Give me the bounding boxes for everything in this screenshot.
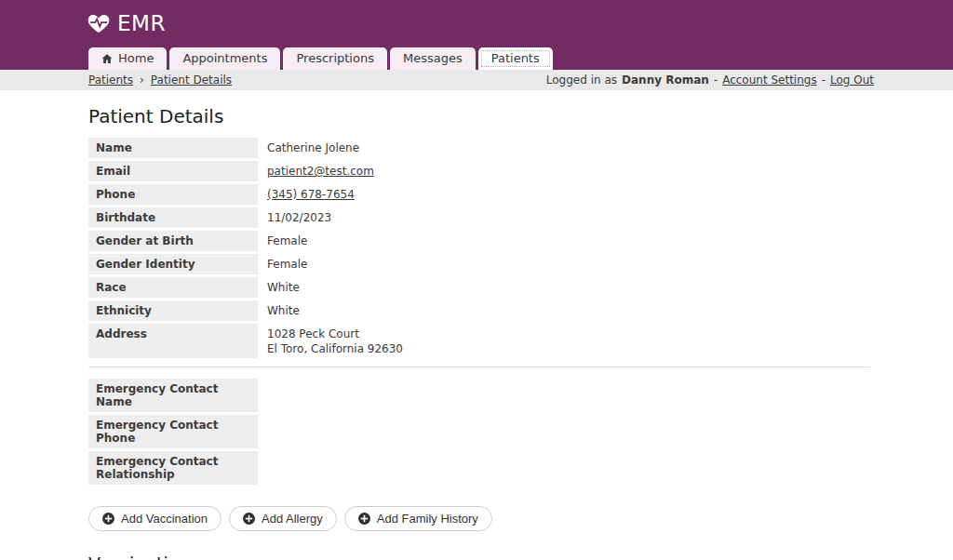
field-row-ethnicity: Ethnicity White bbox=[88, 300, 870, 321]
field-row-gender-at-birth: Gender at Birth Female bbox=[88, 231, 870, 251]
logout-link[interactable]: Log Out bbox=[830, 73, 874, 87]
plus-circle-icon bbox=[243, 513, 255, 525]
tab-messages[interactable]: Messages bbox=[390, 47, 476, 70]
section-divider bbox=[88, 367, 870, 367]
add-vaccination-button[interactable]: Add Vaccination bbox=[88, 506, 221, 531]
field-row-emergency-name: Emergency Contact Name bbox=[88, 379, 870, 412]
account-settings-link[interactable]: Account Settings bbox=[722, 73, 816, 87]
add-allergy-button[interactable]: Add Allergy bbox=[229, 506, 337, 531]
session-info: Logged in as Danny Roman - Account Setti… bbox=[546, 73, 874, 87]
tab-home[interactable]: Home bbox=[88, 47, 167, 70]
tab-patients[interactable]: Patients bbox=[478, 47, 553, 70]
breadcrumb-patients-link[interactable]: Patients bbox=[88, 73, 133, 87]
tab-appointments[interactable]: Appointments bbox=[169, 47, 280, 70]
patient-fields: Name Catherine Jolene Email patient2@tes… bbox=[88, 138, 870, 358]
page-title: Patient Details bbox=[88, 105, 870, 127]
tab-prescriptions[interactable]: Prescriptions bbox=[283, 47, 386, 70]
field-row-emergency-relationship: Emergency Contact Relationship bbox=[88, 451, 870, 485]
breadcrumb-patient-details-link[interactable]: Patient Details bbox=[151, 73, 232, 87]
field-row-phone: Phone (345) 678-7654 bbox=[88, 184, 870, 205]
app-title: EMR bbox=[117, 11, 166, 35]
field-row-name: Name Catherine Jolene bbox=[88, 138, 870, 158]
field-row-race: Race White bbox=[88, 277, 870, 298]
email-link[interactable]: patient2@test.com bbox=[267, 165, 374, 178]
field-row-email: Email patient2@test.com bbox=[88, 161, 870, 181]
breadcrumb-separator: › bbox=[140, 73, 144, 87]
home-icon bbox=[101, 53, 113, 64]
action-buttons: Add Vaccination Add Allergy Add Family H… bbox=[88, 506, 870, 531]
app-header: EMR Home Appointments Prescriptions Mess… bbox=[0, 0, 953, 70]
field-row-birthdate: Birthdate 11/02/2023 bbox=[88, 207, 870, 228]
breadcrumb: Patients › Patient Details bbox=[88, 73, 232, 87]
field-row-address: Address 1028 Peck Court El Toro, Califor… bbox=[88, 324, 870, 358]
logged-in-user: Danny Roman bbox=[622, 73, 709, 87]
add-family-history-button[interactable]: Add Family History bbox=[344, 506, 492, 531]
utility-bar: Patients › Patient Details Logged in as … bbox=[0, 70, 953, 90]
field-row-emergency-phone: Emergency Contact Phone bbox=[88, 415, 870, 448]
phone-link[interactable]: (345) 678-7654 bbox=[267, 188, 355, 201]
heart-pulse-icon bbox=[87, 13, 110, 33]
plus-circle-icon bbox=[358, 513, 370, 525]
logged-in-prefix: Logged in as bbox=[546, 73, 617, 87]
plus-circle-icon bbox=[102, 513, 114, 525]
vaccinations-title: Vaccinations bbox=[88, 553, 870, 560]
main-nav: Home Appointments Prescriptions Messages… bbox=[88, 47, 553, 70]
app-logo: EMR bbox=[87, 11, 166, 35]
main-content: Patient Details Name Catherine Jolene Em… bbox=[0, 90, 953, 560]
field-row-gender-identity: Gender Identity Female bbox=[88, 254, 870, 274]
emergency-contact-fields: Emergency Contact Name Emergency Contact… bbox=[88, 379, 870, 485]
